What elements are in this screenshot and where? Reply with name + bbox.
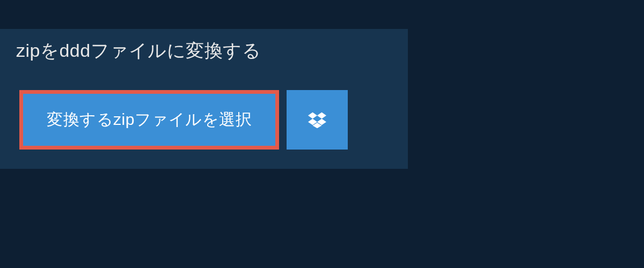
converter-panel: zipをdddファイルに変換する 変換するzipファイルを選択 xyxy=(0,29,408,169)
page-title: zipをdddファイルに変換する xyxy=(16,39,319,63)
title-bar: zipをdddファイルに変換する xyxy=(0,29,335,73)
select-file-button[interactable]: 変換するzipファイルを選択 xyxy=(19,90,279,150)
select-file-label: 変換するzipファイルを選択 xyxy=(47,109,252,131)
dropbox-icon xyxy=(308,112,326,128)
button-row: 変換するzipファイルを選択 xyxy=(0,73,408,150)
dropbox-button[interactable] xyxy=(287,90,348,150)
